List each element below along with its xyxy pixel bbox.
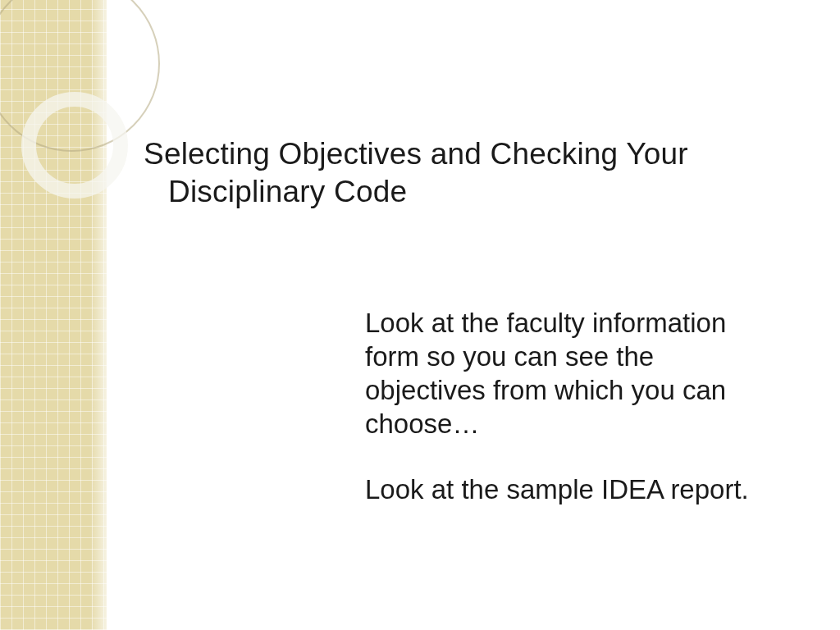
slide-title-line1: Selecting Objectives and Checking Your	[144, 135, 791, 173]
decorative-ring-inner	[21, 92, 128, 199]
slide-title: Selecting Objectives and Checking Your D…	[144, 135, 791, 212]
slide-body: Look at the faculty information form so …	[365, 306, 767, 506]
slide-content: Selecting Objectives and Checking Your D…	[144, 135, 791, 537]
body-paragraph-2: Look at the sample IDEA report.	[365, 472, 767, 506]
slide-title-line2: Disciplinary Code	[144, 173, 791, 211]
body-paragraph-1: Look at the faculty information form so …	[365, 306, 767, 441]
